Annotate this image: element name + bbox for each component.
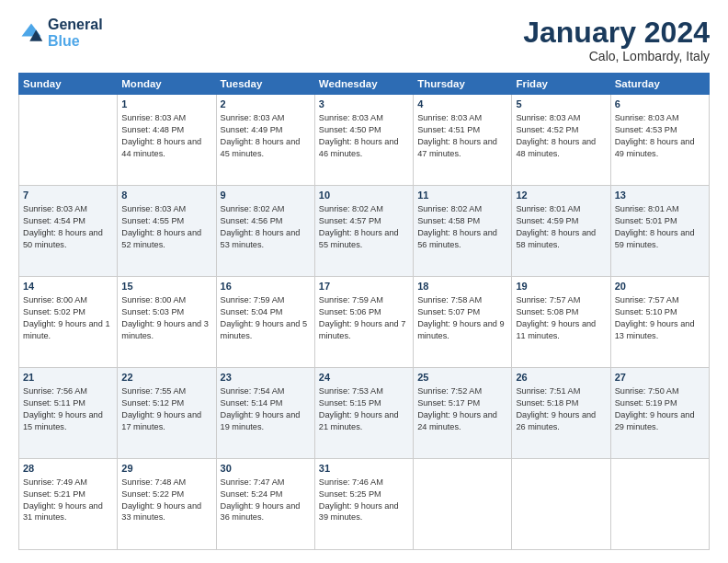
sunset-text: Sunset: 5:08 PM: [516, 306, 606, 318]
daylight-text: Daylight: 9 hours and 21 minutes.: [319, 409, 409, 433]
calendar-cell: 11Sunrise: 8:02 AMSunset: 4:58 PMDayligh…: [414, 186, 512, 277]
daylight-text: Daylight: 8 hours and 53 minutes.: [221, 227, 311, 251]
day-info: Sunrise: 8:02 AMSunset: 4:57 PMDaylight:…: [319, 203, 409, 251]
sunrise-text: Sunrise: 7:58 AM: [417, 294, 507, 306]
calendar-cell: 1Sunrise: 8:03 AMSunset: 4:48 PMDaylight…: [118, 95, 216, 186]
calendar-cell: [19, 95, 118, 186]
day-info: Sunrise: 8:03 AMSunset: 4:55 PMDaylight:…: [121, 203, 211, 251]
logo-text: General Blue: [48, 17, 103, 49]
day-info: Sunrise: 7:53 AMSunset: 5:15 PMDaylight:…: [319, 385, 409, 433]
page: General Blue January 2024 Calo, Lombardy…: [0, 0, 728, 563]
day-number: 12: [516, 189, 606, 202]
sunrise-text: Sunrise: 7:59 AM: [319, 294, 409, 306]
day-info: Sunrise: 7:59 AMSunset: 5:04 PMDaylight:…: [221, 294, 311, 342]
calendar-week-2: 7Sunrise: 8:03 AMSunset: 4:54 PMDaylight…: [19, 186, 710, 277]
sunset-text: Sunset: 5:10 PM: [615, 306, 705, 318]
calendar-cell: 3Sunrise: 8:03 AMSunset: 4:50 PMDaylight…: [314, 95, 413, 186]
day-info: Sunrise: 8:02 AMSunset: 4:58 PMDaylight:…: [417, 203, 507, 251]
calendar-cell: 4Sunrise: 8:03 AMSunset: 4:51 PMDaylight…: [414, 95, 512, 186]
calendar-cell: 16Sunrise: 7:59 AMSunset: 5:04 PMDayligh…: [216, 277, 314, 368]
day-number: 11: [417, 189, 507, 202]
sunrise-text: Sunrise: 7:50 AM: [615, 385, 705, 397]
day-number: 22: [121, 371, 211, 385]
sunrise-text: Sunrise: 8:01 AM: [516, 203, 606, 215]
daylight-text: Daylight: 8 hours and 59 minutes.: [615, 227, 705, 251]
calendar-cell: 9Sunrise: 8:02 AMSunset: 4:56 PMDaylight…: [216, 186, 314, 277]
calendar-cell: 20Sunrise: 7:57 AMSunset: 5:10 PMDayligh…: [610, 277, 709, 368]
sunset-text: Sunset: 5:14 PM: [221, 397, 311, 409]
sunset-text: Sunset: 4:52 PM: [516, 124, 606, 136]
sunset-text: Sunset: 4:55 PM: [121, 215, 211, 227]
day-info: Sunrise: 7:52 AMSunset: 5:17 PMDaylight:…: [417, 385, 507, 433]
calendar-cell: 6Sunrise: 8:03 AMSunset: 4:53 PMDaylight…: [610, 95, 709, 186]
day-number: 26: [516, 371, 606, 385]
daylight-text: Daylight: 9 hours and 36 minutes.: [221, 500, 311, 524]
day-info: Sunrise: 7:51 AMSunset: 5:18 PMDaylight:…: [516, 385, 606, 433]
daylight-text: Daylight: 8 hours and 52 minutes.: [121, 227, 211, 251]
col-wednesday: Wednesday: [314, 74, 413, 95]
logo: General Blue: [18, 17, 103, 49]
sunset-text: Sunset: 5:03 PM: [121, 306, 211, 318]
calendar-cell: 28Sunrise: 7:49 AMSunset: 5:21 PMDayligh…: [19, 459, 118, 550]
location: Calo, Lombardy, Italy: [523, 49, 710, 63]
daylight-text: Daylight: 9 hours and 7 minutes.: [319, 318, 409, 342]
calendar-cell: 7Sunrise: 8:03 AMSunset: 4:54 PMDaylight…: [19, 186, 118, 277]
daylight-text: Daylight: 9 hours and 13 minutes.: [615, 318, 705, 342]
daylight-text: Daylight: 8 hours and 56 minutes.: [417, 227, 507, 251]
sunrise-text: Sunrise: 7:51 AM: [516, 385, 606, 397]
col-tuesday: Tuesday: [216, 74, 314, 95]
daylight-text: Daylight: 8 hours and 50 minutes.: [23, 227, 113, 251]
sunrise-text: Sunrise: 7:53 AM: [319, 385, 409, 397]
day-number: 2: [221, 98, 311, 111]
sunset-text: Sunset: 5:02 PM: [23, 306, 113, 318]
sunset-text: Sunset: 4:59 PM: [516, 215, 606, 227]
sunrise-text: Sunrise: 8:03 AM: [516, 112, 606, 124]
sunrise-text: Sunrise: 7:57 AM: [516, 294, 606, 306]
calendar-cell: 10Sunrise: 8:02 AMSunset: 4:57 PMDayligh…: [314, 186, 413, 277]
calendar-week-3: 14Sunrise: 8:00 AMSunset: 5:02 PMDayligh…: [19, 277, 710, 368]
day-number: 7: [23, 189, 113, 202]
day-info: Sunrise: 8:03 AMSunset: 4:50 PMDaylight:…: [319, 112, 409, 160]
calendar-week-5: 28Sunrise: 7:49 AMSunset: 5:21 PMDayligh…: [19, 459, 710, 550]
sunset-text: Sunset: 5:22 PM: [121, 488, 211, 500]
calendar-table: Sunday Monday Tuesday Wednesday Thursday…: [18, 73, 710, 550]
sunrise-text: Sunrise: 8:03 AM: [23, 203, 113, 215]
calendar-cell: 17Sunrise: 7:59 AMSunset: 5:06 PMDayligh…: [314, 277, 413, 368]
day-number: 18: [417, 280, 507, 293]
day-info: Sunrise: 7:48 AMSunset: 5:22 PMDaylight:…: [121, 477, 211, 524]
day-info: Sunrise: 8:01 AMSunset: 5:01 PMDaylight:…: [615, 203, 705, 251]
daylight-text: Daylight: 8 hours and 55 minutes.: [319, 227, 409, 251]
sunset-text: Sunset: 4:58 PM: [417, 215, 507, 227]
sunrise-text: Sunrise: 8:03 AM: [319, 112, 409, 124]
daylight-text: Daylight: 9 hours and 17 minutes.: [121, 409, 211, 433]
daylight-text: Daylight: 8 hours and 48 minutes.: [516, 136, 606, 160]
calendar-cell: 25Sunrise: 7:52 AMSunset: 5:17 PMDayligh…: [414, 368, 512, 459]
sunset-text: Sunset: 4:48 PM: [121, 124, 211, 136]
sunset-text: Sunset: 4:51 PM: [417, 124, 507, 136]
day-number: 24: [319, 371, 409, 385]
calendar-cell: 18Sunrise: 7:58 AMSunset: 5:07 PMDayligh…: [414, 277, 512, 368]
sunset-text: Sunset: 5:25 PM: [319, 488, 409, 500]
day-info: Sunrise: 7:56 AMSunset: 5:11 PMDaylight:…: [23, 385, 113, 433]
sunrise-text: Sunrise: 8:01 AM: [615, 203, 705, 215]
day-info: Sunrise: 8:03 AMSunset: 4:52 PMDaylight:…: [516, 112, 606, 160]
sunset-text: Sunset: 5:04 PM: [221, 306, 311, 318]
sunset-text: Sunset: 5:19 PM: [615, 397, 705, 409]
sunset-text: Sunset: 5:18 PM: [516, 397, 606, 409]
day-info: Sunrise: 8:03 AMSunset: 4:51 PMDaylight:…: [417, 112, 507, 160]
daylight-text: Daylight: 8 hours and 44 minutes.: [121, 136, 211, 160]
calendar-cell: [414, 459, 512, 550]
sunset-text: Sunset: 4:54 PM: [23, 215, 113, 227]
col-friday: Friday: [512, 74, 610, 95]
daylight-text: Daylight: 8 hours and 49 minutes.: [615, 136, 705, 160]
day-info: Sunrise: 7:47 AMSunset: 5:24 PMDaylight:…: [221, 477, 311, 524]
calendar-cell: 5Sunrise: 8:03 AMSunset: 4:52 PMDaylight…: [512, 95, 610, 186]
day-info: Sunrise: 8:03 AMSunset: 4:48 PMDaylight:…: [121, 112, 211, 160]
sunset-text: Sunset: 5:12 PM: [121, 397, 211, 409]
sunset-text: Sunset: 5:01 PM: [615, 215, 705, 227]
day-number: 15: [121, 280, 211, 293]
col-monday: Monday: [118, 74, 216, 95]
calendar-cell: 12Sunrise: 8:01 AMSunset: 4:59 PMDayligh…: [512, 186, 610, 277]
sunset-text: Sunset: 4:56 PM: [221, 215, 311, 227]
sunrise-text: Sunrise: 7:48 AM: [121, 477, 211, 488]
